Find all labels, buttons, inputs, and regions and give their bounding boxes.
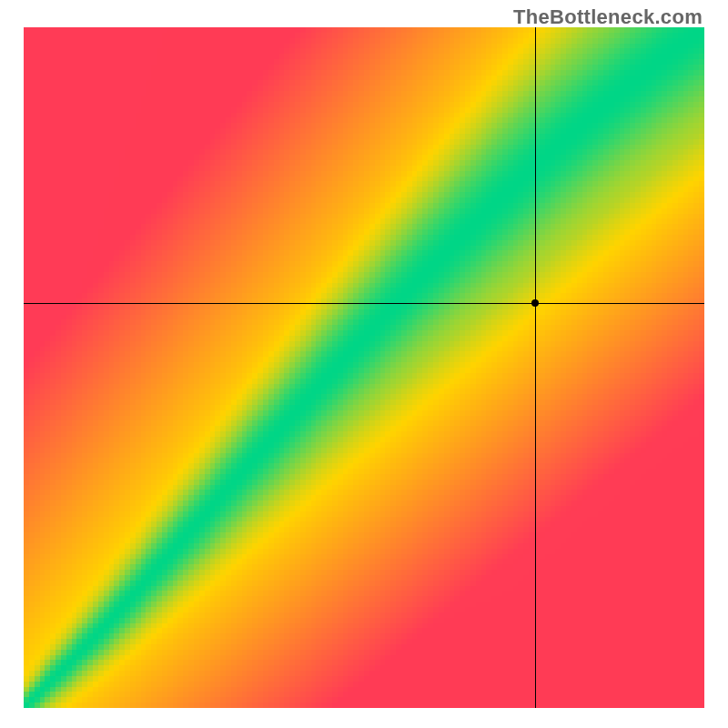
heatmap-canvas [24,27,704,708]
watermark-label: TheBottleneck.com [513,5,703,29]
bottleneck-chart: TheBottleneck.com [0,0,728,728]
